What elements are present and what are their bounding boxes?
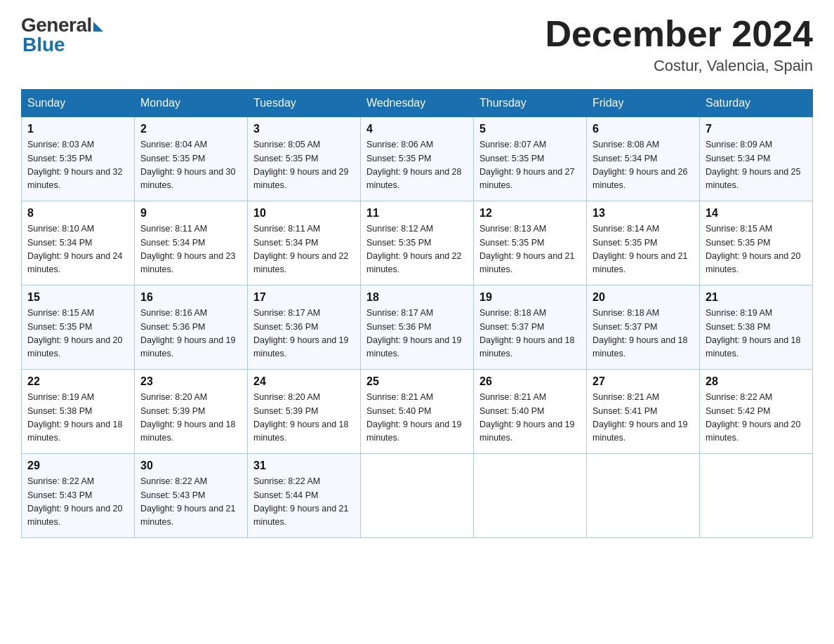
day-info: Sunrise: 8:09 AMSunset: 5:34 PMDaylight:… bbox=[706, 140, 801, 190]
day-info: Sunrise: 8:22 AMSunset: 5:43 PMDaylight:… bbox=[140, 476, 236, 527]
calendar-cell: 27Sunrise: 8:21 AMSunset: 5:41 PMDayligh… bbox=[587, 370, 700, 454]
header-friday: Friday bbox=[587, 90, 700, 117]
day-info: Sunrise: 8:19 AMSunset: 5:38 PMDaylight:… bbox=[27, 392, 123, 443]
day-number: 16 bbox=[140, 291, 241, 304]
day-number: 6 bbox=[593, 123, 694, 135]
title-block: December 2024 Costur, Valencia, Spain bbox=[545, 14, 813, 75]
calendar-cell: 5Sunrise: 8:07 AMSunset: 5:35 PMDaylight… bbox=[474, 117, 587, 201]
calendar-header-row: SundayMondayTuesdayWednesdayThursdayFrid… bbox=[22, 90, 813, 117]
calendar-cell bbox=[700, 454, 813, 538]
calendar-cell: 10Sunrise: 8:11 AMSunset: 5:34 PMDayligh… bbox=[248, 201, 361, 286]
header-tuesday: Tuesday bbox=[248, 90, 361, 117]
day-number: 23 bbox=[140, 375, 241, 388]
day-number: 25 bbox=[366, 375, 468, 388]
day-number: 14 bbox=[706, 207, 807, 220]
day-number: 28 bbox=[706, 375, 807, 388]
calendar-cell: 23Sunrise: 8:20 AMSunset: 5:39 PMDayligh… bbox=[135, 370, 248, 454]
logo: General Blue bbox=[21, 14, 103, 56]
calendar-cell bbox=[474, 454, 587, 538]
header-monday: Monday bbox=[135, 90, 248, 117]
day-number: 8 bbox=[27, 207, 128, 220]
day-info: Sunrise: 8:18 AMSunset: 5:37 PMDaylight:… bbox=[593, 308, 688, 358]
calendar-cell: 14Sunrise: 8:15 AMSunset: 5:35 PMDayligh… bbox=[700, 201, 813, 286]
day-info: Sunrise: 8:16 AMSunset: 5:36 PMDaylight:… bbox=[140, 308, 236, 358]
calendar-week-row: 8Sunrise: 8:10 AMSunset: 5:34 PMDaylight… bbox=[22, 201, 813, 286]
day-info: Sunrise: 8:20 AMSunset: 5:39 PMDaylight:… bbox=[253, 392, 349, 443]
day-number: 17 bbox=[253, 291, 355, 304]
day-number: 10 bbox=[253, 207, 355, 220]
calendar-cell: 29Sunrise: 8:22 AMSunset: 5:43 PMDayligh… bbox=[22, 454, 135, 538]
day-info: Sunrise: 8:04 AMSunset: 5:35 PMDaylight:… bbox=[140, 140, 236, 190]
calendar-cell: 24Sunrise: 8:20 AMSunset: 5:39 PMDayligh… bbox=[248, 370, 361, 454]
calendar-cell: 2Sunrise: 8:04 AMSunset: 5:35 PMDaylight… bbox=[135, 117, 248, 201]
day-info: Sunrise: 8:22 AMSunset: 5:42 PMDaylight:… bbox=[706, 392, 801, 443]
day-number: 24 bbox=[253, 375, 355, 388]
day-info: Sunrise: 8:21 AMSunset: 5:40 PMDaylight:… bbox=[479, 392, 575, 443]
day-info: Sunrise: 8:14 AMSunset: 5:35 PMDaylight:… bbox=[593, 224, 688, 274]
day-number: 20 bbox=[593, 291, 694, 304]
calendar-cell bbox=[587, 454, 700, 538]
day-number: 30 bbox=[140, 459, 241, 472]
calendar-cell: 8Sunrise: 8:10 AMSunset: 5:34 PMDaylight… bbox=[22, 201, 135, 286]
day-number: 12 bbox=[479, 207, 581, 220]
month-title: December 2024 bbox=[545, 14, 813, 54]
day-number: 29 bbox=[27, 459, 128, 472]
calendar-cell: 6Sunrise: 8:08 AMSunset: 5:34 PMDaylight… bbox=[587, 117, 700, 201]
day-info: Sunrise: 8:17 AMSunset: 5:36 PMDaylight:… bbox=[253, 308, 349, 358]
header-thursday: Thursday bbox=[474, 90, 587, 117]
header-sunday: Sunday bbox=[22, 90, 135, 117]
day-info: Sunrise: 8:08 AMSunset: 5:34 PMDaylight:… bbox=[593, 140, 688, 190]
calendar-week-row: 29Sunrise: 8:22 AMSunset: 5:43 PMDayligh… bbox=[22, 454, 813, 538]
calendar-cell: 7Sunrise: 8:09 AMSunset: 5:34 PMDaylight… bbox=[700, 117, 813, 201]
day-info: Sunrise: 8:07 AMSunset: 5:35 PMDaylight:… bbox=[479, 140, 575, 190]
calendar-cell: 1Sunrise: 8:03 AMSunset: 5:35 PMDaylight… bbox=[22, 117, 135, 201]
day-info: Sunrise: 8:03 AMSunset: 5:35 PMDaylight:… bbox=[27, 140, 123, 190]
day-info: Sunrise: 8:18 AMSunset: 5:37 PMDaylight:… bbox=[479, 308, 575, 358]
calendar-table: SundayMondayTuesdayWednesdayThursdayFrid… bbox=[21, 89, 813, 538]
calendar-week-row: 22Sunrise: 8:19 AMSunset: 5:38 PMDayligh… bbox=[22, 370, 813, 454]
calendar-cell: 19Sunrise: 8:18 AMSunset: 5:37 PMDayligh… bbox=[474, 286, 587, 370]
calendar-cell: 30Sunrise: 8:22 AMSunset: 5:43 PMDayligh… bbox=[135, 454, 248, 538]
logo-blue-text: Blue bbox=[21, 34, 65, 56]
day-number: 2 bbox=[140, 123, 241, 135]
day-number: 15 bbox=[27, 291, 128, 304]
day-info: Sunrise: 8:10 AMSunset: 5:34 PMDaylight:… bbox=[27, 224, 123, 274]
day-info: Sunrise: 8:20 AMSunset: 5:39 PMDaylight:… bbox=[140, 392, 236, 443]
day-number: 7 bbox=[706, 123, 807, 135]
day-info: Sunrise: 8:21 AMSunset: 5:41 PMDaylight:… bbox=[593, 392, 688, 443]
day-info: Sunrise: 8:06 AMSunset: 5:35 PMDaylight:… bbox=[366, 140, 462, 190]
day-number: 27 bbox=[593, 375, 694, 388]
day-number: 5 bbox=[479, 123, 581, 135]
day-number: 4 bbox=[366, 123, 468, 135]
day-number: 1 bbox=[27, 123, 128, 135]
calendar-cell: 26Sunrise: 8:21 AMSunset: 5:40 PMDayligh… bbox=[474, 370, 587, 454]
day-number: 21 bbox=[706, 291, 807, 304]
calendar-cell: 12Sunrise: 8:13 AMSunset: 5:35 PMDayligh… bbox=[474, 201, 587, 286]
calendar-cell: 17Sunrise: 8:17 AMSunset: 5:36 PMDayligh… bbox=[248, 286, 361, 370]
day-number: 19 bbox=[479, 291, 581, 304]
page-header: General Blue December 2024 Costur, Valen… bbox=[21, 14, 813, 75]
calendar-cell: 3Sunrise: 8:05 AMSunset: 5:35 PMDaylight… bbox=[248, 117, 361, 201]
calendar-cell: 9Sunrise: 8:11 AMSunset: 5:34 PMDaylight… bbox=[135, 201, 248, 286]
calendar-cell: 11Sunrise: 8:12 AMSunset: 5:35 PMDayligh… bbox=[361, 201, 474, 286]
day-info: Sunrise: 8:22 AMSunset: 5:43 PMDaylight:… bbox=[27, 476, 123, 527]
day-info: Sunrise: 8:11 AMSunset: 5:34 PMDaylight:… bbox=[140, 224, 236, 274]
calendar-cell: 21Sunrise: 8:19 AMSunset: 5:38 PMDayligh… bbox=[700, 286, 813, 370]
calendar-cell: 25Sunrise: 8:21 AMSunset: 5:40 PMDayligh… bbox=[361, 370, 474, 454]
day-info: Sunrise: 8:05 AMSunset: 5:35 PMDaylight:… bbox=[253, 140, 349, 190]
day-number: 22 bbox=[27, 375, 128, 388]
calendar-cell bbox=[361, 454, 474, 538]
day-number: 18 bbox=[366, 291, 468, 304]
day-info: Sunrise: 8:15 AMSunset: 5:35 PMDaylight:… bbox=[706, 224, 801, 274]
day-number: 11 bbox=[366, 207, 468, 220]
header-saturday: Saturday bbox=[700, 90, 813, 117]
logo-triangle-icon bbox=[93, 22, 103, 32]
calendar-cell: 16Sunrise: 8:16 AMSunset: 5:36 PMDayligh… bbox=[135, 286, 248, 370]
day-number: 3 bbox=[253, 123, 355, 135]
day-info: Sunrise: 8:21 AMSunset: 5:40 PMDaylight:… bbox=[366, 392, 462, 443]
calendar-week-row: 1Sunrise: 8:03 AMSunset: 5:35 PMDaylight… bbox=[22, 117, 813, 201]
calendar-cell: 20Sunrise: 8:18 AMSunset: 5:37 PMDayligh… bbox=[587, 286, 700, 370]
day-number: 26 bbox=[479, 375, 581, 388]
calendar-cell: 18Sunrise: 8:17 AMSunset: 5:36 PMDayligh… bbox=[361, 286, 474, 370]
calendar-week-row: 15Sunrise: 8:15 AMSunset: 5:35 PMDayligh… bbox=[22, 286, 813, 370]
